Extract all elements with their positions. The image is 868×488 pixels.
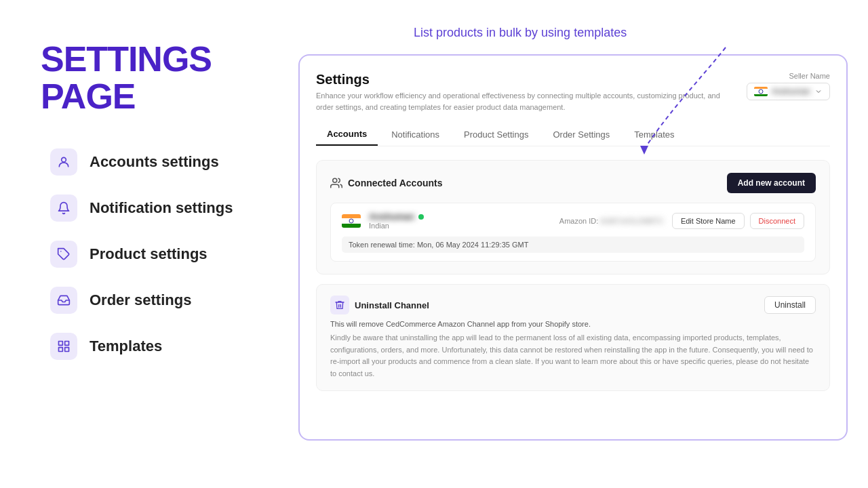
add-new-account-button[interactable]: Add new account [727, 173, 816, 193]
svg-rect-3 [65, 342, 69, 346]
tab-accounts[interactable]: Accounts [316, 123, 378, 146]
tag-icon [57, 247, 71, 261]
uninstall-title-row: Uninstall Channel [330, 296, 429, 314]
tab-templates[interactable]: Templates [623, 123, 685, 146]
inbox-icon [57, 293, 71, 307]
account-region: Indian [369, 222, 551, 230]
svg-rect-4 [59, 348, 63, 352]
right-panel: List products in bulk by using templates… [292, 0, 868, 488]
account-row: Anshuman Indian Amazon ID: A3AF1HOLDM8TC… [330, 203, 816, 262]
svg-point-0 [62, 158, 66, 163]
bell-icon [57, 201, 71, 215]
nav-item-orders[interactable]: Order settings [41, 280, 264, 321]
settings-title: Settings [316, 72, 723, 87]
svg-point-7 [759, 89, 763, 94]
nav-label-templates: Templates [90, 338, 162, 355]
settings-description: Enhance your workflow efficiency and ope… [316, 90, 723, 113]
trash-icon [334, 300, 345, 310]
tabs-bar: Accounts Notifications Product Settings … [316, 123, 830, 146]
tab-product-settings[interactable]: Product Settings [453, 123, 539, 146]
uninstall-desc1: This will remove CedCommerce Amazon Chan… [330, 320, 816, 328]
token-renewal-info: Token renewal time: Mon, 06 May 2024 11:… [342, 237, 804, 253]
notifications-icon-wrap [50, 195, 77, 222]
seller-selector[interactable]: Anshuman [747, 83, 830, 100]
account-name: Anshuman [369, 211, 551, 222]
products-icon-wrap [50, 241, 77, 268]
svg-point-8 [333, 178, 337, 182]
user-icon [57, 155, 71, 169]
chevron-down-icon [814, 87, 823, 96]
svg-rect-2 [59, 342, 63, 346]
account-flag [342, 214, 361, 228]
tab-order-settings[interactable]: Order Settings [542, 123, 620, 146]
svg-point-9 [349, 219, 353, 223]
nav-label-orders: Order settings [90, 291, 191, 309]
tab-notifications[interactable]: Notifications [380, 123, 450, 146]
uninstall-header: Uninstall Channel Uninstall [330, 296, 816, 314]
settings-card: Settings Enhance your workflow efficienc… [298, 54, 848, 441]
orders-icon-wrap [50, 287, 77, 314]
connected-accounts-label: Connected Accounts [348, 178, 443, 188]
section-header: Connected Accounts Add new account [330, 173, 816, 193]
svg-rect-5 [65, 348, 69, 352]
nav-item-notifications[interactable]: Notification settings [41, 188, 264, 228]
users-icon [330, 177, 342, 189]
nav-list: Accounts settings Notification settings … [41, 142, 264, 367]
account-name-block: Anshuman Indian [369, 211, 551, 230]
page-title: SETTINGS PAGE [41, 41, 264, 115]
annotation-label: List products in bulk by using templates [414, 26, 627, 40]
online-status-dot [418, 214, 424, 220]
nav-item-templates[interactable]: Templates [41, 326, 264, 367]
seller-name: Anshuman [772, 87, 810, 96]
uninstall-icon-wrap [330, 296, 349, 314]
account-info-row: Anshuman Indian Amazon ID: A3AF1HOLDM8TC… [342, 211, 804, 230]
connected-accounts-section: Connected Accounts Add new account [316, 160, 830, 274]
nav-label-notifications: Notification settings [90, 199, 233, 217]
nav-item-products[interactable]: Product settings [41, 234, 264, 274]
card-header: Settings Enhance your workflow efficienc… [316, 72, 830, 113]
uninstall-section: Uninstall Channel Uninstall This will re… [316, 284, 830, 391]
templates-icon-wrap [50, 333, 77, 360]
account-actions: Edit Store Name Disconnect [672, 213, 804, 229]
uninstall-title-label: Uninstall Channel [355, 300, 429, 310]
left-panel: SETTINGS PAGE Accounts settings Notifica… [0, 0, 292, 488]
accounts-icon-wrap [50, 148, 77, 176]
edit-store-name-button[interactable]: Edit Store Name [672, 213, 745, 229]
seller-block: Seller Name Anshuman [747, 72, 830, 100]
india-flag [754, 87, 768, 96]
uninstall-desc2: Kindly be aware that uninstalling the ap… [330, 332, 816, 380]
grid-icon [57, 340, 71, 353]
amazon-id: Amazon ID: A3AF1HOLDM8TC [559, 217, 664, 225]
section-title: Connected Accounts [330, 177, 443, 189]
disconnect-button[interactable]: Disconnect [750, 213, 804, 229]
uninstall-button[interactable]: Uninstall [764, 296, 816, 314]
nav-label-products: Product settings [90, 245, 208, 263]
nav-item-accounts[interactable]: Accounts settings [41, 142, 264, 182]
seller-label: Seller Name [789, 72, 830, 80]
nav-label-accounts: Accounts settings [90, 153, 219, 171]
card-title-block: Settings Enhance your workflow efficienc… [316, 72, 723, 113]
